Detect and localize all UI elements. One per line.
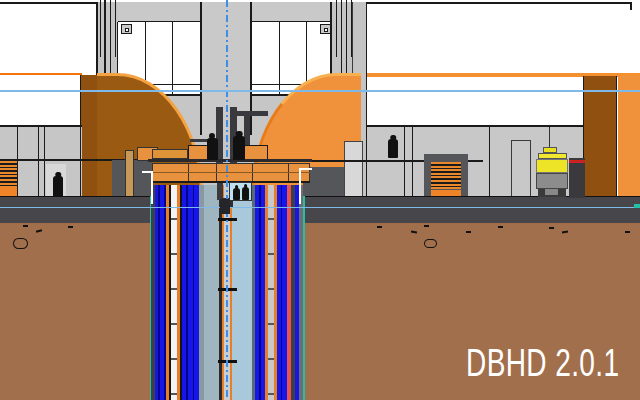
shaft-strip [295,185,299,400]
shaft-strip [182,185,186,400]
right-door-frame [511,140,531,197]
facade-box-left-inner [125,28,130,33]
right-door-opening [344,141,363,197]
earth-mark [498,226,503,228]
shaft-strip [219,185,222,400]
machine-base [536,173,568,190]
shaft-strip [287,185,291,400]
pipe-clamp [218,360,237,363]
right-wall-line [489,127,490,197]
borehole-centerline [226,0,228,397]
earth-mark [68,226,73,228]
shaft-strip [277,185,281,400]
roof-end-tick [630,2,632,10]
left-wall [0,127,82,198]
shaft-edge-teal-left [150,196,152,400]
right-pier-edge [330,2,332,197]
left-tan-column [125,150,134,197]
right-orange-column [618,76,640,197]
facade-box-left [121,24,132,34]
equipment-band [152,163,310,182]
wall-base-line-right [305,196,640,198]
wall-base-line-left [0,196,151,198]
shaft-strip [222,185,224,400]
equipment-band-seam [252,163,253,182]
right-tower-line [341,0,343,85]
rail-right-horizontal [299,168,312,170]
shaft-strip [282,185,286,400]
shaft-strip [177,185,180,400]
shaft-strip [299,185,302,400]
right-brown-column-edge [583,76,584,197]
equipment-lower-beam [152,181,310,183]
earth-mark [562,230,568,233]
headframe-mast-left [216,107,223,183]
shaft-strip [186,185,188,400]
right-louver-orange-panel [431,190,461,198]
earth-mark [549,227,554,229]
person-platform-left [207,138,218,160]
crane-mast [244,115,250,160]
earth-mark [424,225,429,227]
shaft-strip [166,185,169,400]
shaft-edge-teal-right [303,196,305,400]
window-mullion [306,22,307,94]
left-louver-vent [0,161,17,187]
equipment-band-midline [152,172,310,173]
headframe-mast-right [230,107,237,183]
person-head [390,135,396,141]
pipe-clamp [218,288,237,291]
person-head [236,131,243,138]
equipment-band-seam [288,163,289,182]
earth-mark [377,226,382,228]
pipe-clamp [218,218,237,221]
right-tower-line [346,0,348,85]
equipment-band-seam [216,163,217,182]
right-brown-column [584,76,616,197]
person-platform-right [233,136,245,160]
shaft-strip [169,185,171,400]
shaft-strip [291,185,296,400]
cad-section-view: DBHD 2.0.1 ✕ [0,0,640,400]
person-cabin [233,188,240,200]
platform-left [188,145,216,160]
person-head [55,172,61,178]
machine-yellow-mid [538,153,567,159]
shaft-strip [224,185,230,400]
parapet-edge [96,21,354,23]
reference-line-upper [0,90,640,92]
shaft-strip [188,185,193,400]
machine-rear-stripe [569,160,585,163]
left-abutment-column [81,75,97,197]
machine-rear-unit [569,158,585,198]
earth-left [0,223,151,400]
left-wall-top-edge [0,125,82,127]
drill-tip [222,198,233,207]
left-orange-block [137,147,158,161]
left-tower-line [104,0,106,87]
earth-mark [625,231,630,233]
left-abutment-edge [80,75,81,197]
right-tower-line [351,0,353,57]
person-cabin [242,187,249,200]
left-lower-dark-panel [112,160,152,197]
earth-right [305,223,640,400]
shaft-strip [232,185,252,400]
shaft-strip [268,185,274,400]
left-tower-line [100,0,102,57]
headframe-mast-lower [231,183,237,200]
earth-hexagon [13,238,28,249]
left-pier-edge [117,22,119,197]
shaft-strip [194,185,198,400]
shaft-strip [230,185,232,400]
shaft-strip [265,185,268,400]
left-pier-edge [96,2,98,197]
person-head [209,133,215,139]
earth-mark [36,229,42,232]
shaft-strip [160,185,164,400]
shaft-strip [151,185,155,400]
shaft-strip [164,185,166,400]
right-wall-line [412,127,413,197]
left-pier [96,2,118,197]
right-wall-line [549,127,550,197]
